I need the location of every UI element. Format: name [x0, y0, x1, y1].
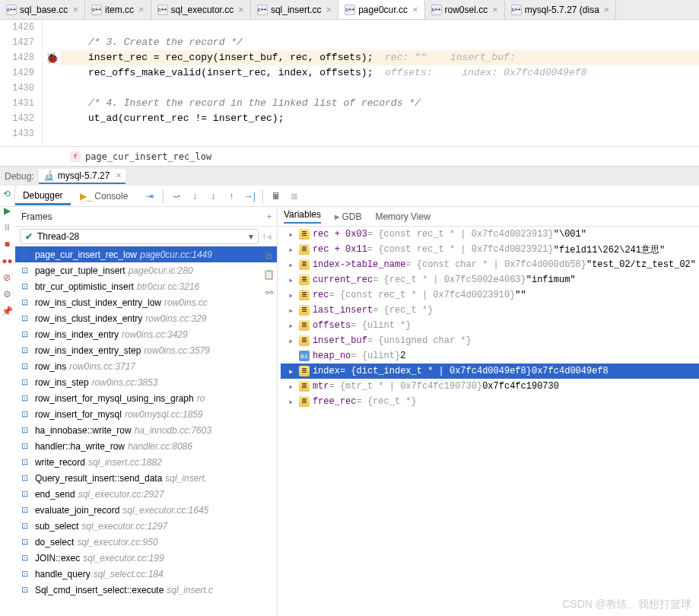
show-execution-point-button[interactable]: ⇥	[141, 188, 158, 205]
var-type: = {const rec_t * | 0x7fc4d0023913}	[367, 229, 554, 240]
trace-button[interactable]: ≣	[286, 188, 303, 205]
close-icon[interactable]: ×	[138, 4, 145, 15]
object-icon: ≡	[299, 229, 310, 240]
variable-row[interactable]: 01heap_no = {ulint} 2	[281, 348, 699, 364]
variable-row[interactable]: ▸≡rec + 0x03 = {const rec_t * | 0x7fc4d0…	[281, 227, 699, 242]
force-step-into-button[interactable]: ↓	[205, 188, 221, 205]
run-to-cursor-button[interactable]: →|	[241, 188, 258, 205]
frame-function: btr_cur_optimistic_insert	[35, 281, 134, 292]
stack-frame[interactable]: ⊡handle_query sql_select.cc:184	[15, 566, 277, 582]
frame-location: sql_insert.c	[167, 585, 213, 595]
expand-arrow[interactable]: ▸	[288, 229, 299, 240]
variable-row[interactable]: ▸≡index = {dict_index_t * | 0x7fc4d0049e…	[281, 364, 699, 379]
expand-arrow[interactable]: ▸	[288, 335, 299, 347]
stack-frame[interactable]: ⊡handler::ha_write_row handler.cc:8086	[15, 438, 277, 454]
expand-arrow[interactable]: ▸	[288, 290, 299, 301]
frame-location: row0ins.cc:329	[145, 313, 206, 324]
close-icon[interactable]: ×	[492, 4, 498, 15]
expand-arrow[interactable]: ▸	[288, 366, 299, 377]
settings-button[interactable]: ⚙	[0, 289, 14, 300]
marker-gutter: 🐞	[43, 20, 61, 146]
variable-row[interactable]: ▸≡rec = {const rec_t * | 0x7fc4d0023910}…	[281, 287, 699, 303]
step-out-button[interactable]: ↑	[223, 188, 240, 205]
expand-arrow[interactable]: ▸	[288, 275, 299, 286]
tab-debugger[interactable]: Debugger	[15, 188, 71, 205]
stack-frame[interactable]: ⊡evaluate_join_record sql_executor.cc:16…	[15, 502, 277, 518]
close-icon[interactable]: ×	[326, 4, 332, 15]
expand-arrow[interactable]: ▸	[288, 259, 299, 271]
file-tab[interactable]: c++row0sel.cc×	[425, 0, 505, 19]
close-icon[interactable]: ×	[72, 4, 78, 15]
close-icon[interactable]: ×	[604, 4, 610, 15]
stack-frame[interactable]: ⊡sub_select sql_executor.cc:1297	[15, 518, 277, 534]
stack-frame[interactable]: ⊡row_ins row0ins.cc:3717	[15, 358, 277, 374]
stack-frame[interactable]: ⊡write_record sql_insert.cc:1882	[15, 454, 277, 470]
stack-frame[interactable]: ⊡row_ins_clust_index_entry_low row0ins.c…	[15, 294, 277, 310]
expand-arrow[interactable]: ▸	[288, 320, 299, 332]
variable-row[interactable]: ▸≡mtr = {mtr_t * | 0x7fc4fc190730} 0x7fc…	[281, 379, 699, 394]
file-tab-label: sql_executor.cc	[171, 5, 234, 15]
variable-row[interactable]: ▸≡insert_buf = {unsigned char *}	[281, 333, 699, 348]
stack-frame[interactable]: ⊡row_ins_index_entry_step row0ins.cc:357…	[15, 342, 277, 358]
tab-gdb[interactable]: ▸ GDB	[335, 211, 361, 222]
stack-frame[interactable]: ⊡page_cur_tuple_insert page0cur.ic:280	[15, 262, 277, 278]
thread-selector[interactable]: ✔ Thread-28 ▾	[20, 229, 259, 244]
stack-frame[interactable]: ⊡btr_cur_optimistic_insert btr0cur.cc:32…	[15, 278, 277, 294]
expand-arrow[interactable]: ▸	[288, 244, 299, 256]
stack-frame[interactable]: ⊡Query_result_insert::send_data sql_inse…	[15, 470, 277, 486]
frame-list[interactable]: ⊡page_cur_insert_rec_low page0cur.cc:144…	[15, 246, 277, 616]
tab-variables[interactable]: Variables	[284, 209, 321, 224]
variable-row[interactable]: ▸≡rec + 0x11 = {const rec_t * | 0x7fc4d0…	[281, 242, 699, 257]
code-area[interactable]: /* 3. Create the record */insert_rec = r…	[61, 20, 699, 146]
file-tab[interactable]: c++item.cc×	[85, 0, 151, 19]
stack-frame[interactable]: ⊡row_insert_for_mysql_using_ins_graph ro	[15, 390, 277, 406]
pin-button[interactable]: 📌	[0, 306, 14, 316]
mute-breakpoints-button[interactable]: ⊘	[0, 272, 14, 283]
file-tab[interactable]: c++mysql-5.7.27 (disa×	[505, 0, 617, 19]
pause-button[interactable]: ⏸	[0, 222, 14, 233]
cpp-file-icon: c++	[511, 5, 522, 15]
expand-arrow[interactable]: ▸	[288, 305, 299, 316]
variable-row[interactable]: ▸≡current_rec = {rec_t * | 0x7fc5002e406…	[281, 272, 699, 287]
stack-frame[interactable]: ⊡row_ins_index_entry row0ins.cc:3429	[15, 326, 277, 342]
tab-console[interactable]: ▶_Console	[72, 189, 136, 204]
stack-frame[interactable]: ⊡row_insert_for_mysql row0mysql.cc:1859	[15, 406, 277, 422]
breadcrumb[interactable]: f page_cur_insert_rec_low	[0, 146, 699, 166]
file-tab[interactable]: c++sql_executor.cc×	[151, 0, 251, 19]
file-tab[interactable]: c++page0cur.cc×	[338, 0, 424, 19]
expand-arrow[interactable]: ▸	[288, 396, 299, 408]
stack-frame[interactable]: ⊡page_cur_insert_rec_low page0cur.cc:144…	[15, 246, 277, 262]
expand-arrow[interactable]	[288, 351, 299, 361]
variable-list[interactable]: ▸≡rec + 0x03 = {const rec_t * | 0x7fc4d0…	[278, 227, 699, 616]
file-tab[interactable]: c++sql_base.cc×	[0, 0, 85, 19]
step-into-button[interactable]: ↓	[186, 188, 203, 205]
stack-frame[interactable]: ⊡do_select sql_executor.cc:950	[15, 534, 277, 550]
stop-button[interactable]: ■	[0, 239, 14, 249]
stack-frame[interactable]: ⊡end_send sql_executor.cc:2927	[15, 486, 277, 502]
stack-frame[interactable]: ⊡Sql_cmd_insert_select::execute sql_inse…	[15, 582, 277, 598]
stack-frame[interactable]: ⊡JOIN::exec sql_executor.cc:199	[15, 550, 277, 566]
expand-arrow[interactable]: ▸	[288, 381, 299, 392]
stack-frame[interactable]: ⊡row_ins_step row0ins.cc:3853	[15, 374, 277, 390]
variable-row[interactable]: ▸≡index->table_name = {const char * | 0x…	[281, 257, 699, 272]
view-breakpoints-button[interactable]: ●●	[0, 256, 14, 266]
frames-header: Frames	[15, 207, 277, 227]
evaluate-expression-button[interactable]: 🖩	[268, 188, 284, 205]
stack-frame[interactable]: ⊡ha_innobase::write_row ha_innodb.cc:760…	[15, 422, 277, 438]
variable-row[interactable]: ▸≡last_insert = {rec_t *}	[281, 303, 699, 318]
debug-label: Debug:	[5, 171, 34, 182]
file-tab[interactable]: c++sql_insert.cc×	[251, 0, 338, 19]
close-icon[interactable]: ×	[412, 4, 418, 15]
resume-button[interactable]: ▶	[0, 205, 14, 216]
stack-frame[interactable]: ⊡row_ins_clust_index_entry row0ins.cc:32…	[15, 310, 277, 326]
close-icon[interactable]: ×	[116, 170, 121, 181]
variable-row[interactable]: ▸≡offsets = {ulint *}	[281, 318, 699, 333]
variable-row[interactable]: ▸≡free_rec = {rec_t *}	[281, 394, 699, 409]
close-icon[interactable]: ×	[238, 4, 244, 15]
rerun-button[interactable]: ⟲	[0, 189, 14, 199]
tab-memory[interactable]: Memory View	[375, 211, 430, 222]
frame-function: row_ins_step	[35, 377, 89, 388]
breakpoint-icon[interactable]: 🐞	[46, 52, 59, 64]
debug-config-tab[interactable]: 🔬 mysql-5.7.27 ×	[39, 169, 126, 184]
step-over-button[interactable]: ⤻	[168, 188, 185, 205]
